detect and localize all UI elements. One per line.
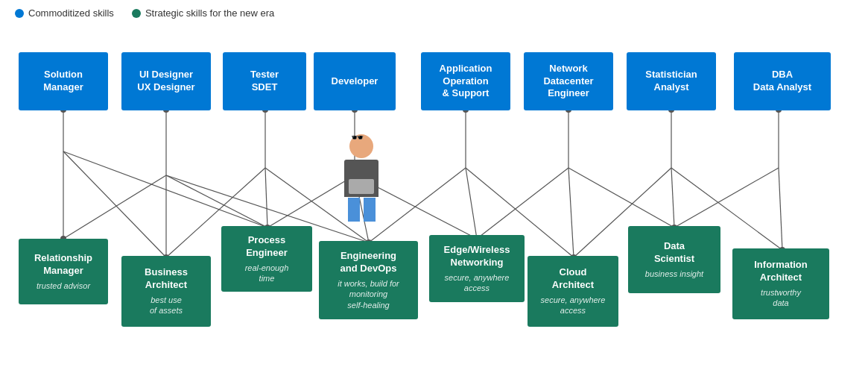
statistician-box: StatisticianAnalyst xyxy=(627,52,716,110)
tester-title: TesterSDET xyxy=(250,69,279,94)
svg-line-27 xyxy=(671,168,674,228)
strategic-legend: Strategic skills for the new era xyxy=(132,7,274,19)
svg-line-3 xyxy=(63,151,267,228)
info-arch-box: InformationArchitect trustworthydata xyxy=(732,248,829,319)
ui-designer-title: UI DesignerUX Designer xyxy=(137,69,194,94)
svg-line-23 xyxy=(568,168,574,257)
svg-line-14 xyxy=(267,175,355,228)
tester-box: TesterSDET xyxy=(223,52,306,110)
dba-title: DBAData Analyst xyxy=(753,69,811,94)
svg-line-18 xyxy=(369,168,466,242)
person-figure: 🕶️ xyxy=(344,134,378,222)
cloud-arch-box: CloudArchitect secure, anywhereaccess xyxy=(528,256,618,327)
ui-designer-box: UI DesignerUX Designer xyxy=(121,52,211,110)
relationship-mgr-subtitle: trusted advisor xyxy=(37,281,90,291)
process-eng-title: ProcessEngineer xyxy=(246,234,288,260)
svg-line-24 xyxy=(568,168,674,228)
svg-line-5 xyxy=(63,175,166,239)
app-ops-box: ApplicationOperation& Support xyxy=(421,52,510,110)
process-eng-box: ProcessEngineer real-enoughtime xyxy=(221,226,312,292)
data-scientist-box: DataScientist business insight xyxy=(628,226,720,293)
solution-manager-title: SolutionManager xyxy=(43,69,83,94)
svg-line-30 xyxy=(674,168,779,228)
data-scientist-subtitle: business insight xyxy=(645,269,703,279)
dba-box: DBAData Analyst xyxy=(734,52,831,110)
svg-line-11 xyxy=(265,168,267,228)
process-eng-subtitle: real-enoughtime xyxy=(245,263,289,284)
legend: Commoditized skills Strategic skills for… xyxy=(0,0,868,26)
edge-networking-box: Edge/WirelessNetworking secure, anywhere… xyxy=(429,235,525,302)
info-arch-title: InformationArchitect xyxy=(754,259,808,284)
eng-devops-box: Engineeringand DevOps it works, build fo… xyxy=(319,241,418,319)
info-arch-subtitle: trustworthydata xyxy=(761,287,801,309)
commoditized-label: Commoditized skills xyxy=(28,7,114,19)
business-arch-box: BusinessArchitect best useof assets xyxy=(121,256,211,327)
svg-line-31 xyxy=(779,168,782,250)
relationship-mgr-box: RelationshipManager trusted advisor xyxy=(19,239,108,304)
strategic-label: Strategic skills for the new era xyxy=(145,7,274,19)
network-eng-box: NetworkDatacenterEngineer xyxy=(524,52,613,110)
eng-devops-subtitle: it works, build formonitoringself-healin… xyxy=(338,278,399,310)
edge-networking-subtitle: secure, anywhereaccess xyxy=(445,272,510,294)
network-eng-title: NetworkDatacenterEngineer xyxy=(543,63,593,101)
blue-dot-icon xyxy=(15,9,24,18)
svg-line-22 xyxy=(477,168,568,239)
svg-line-7 xyxy=(166,175,267,228)
app-ops-title: ApplicationOperation& Support xyxy=(440,63,492,101)
business-arch-subtitle: best useof assets xyxy=(150,295,183,316)
commoditized-legend: Commoditized skills xyxy=(15,7,114,19)
svg-line-19 xyxy=(466,168,477,239)
business-arch-title: BusinessArchitect xyxy=(145,266,188,292)
diagram: SolutionManager UI DesignerUX Designer T… xyxy=(0,26,868,369)
data-scientist-title: DataScientist xyxy=(654,240,694,266)
cloud-arch-title: CloudArchitect xyxy=(552,266,594,292)
relationship-mgr-title: RelationshipManager xyxy=(34,252,92,278)
cloud-arch-subtitle: secure, anywhereaccess xyxy=(541,295,606,316)
developer-box: Developer xyxy=(314,52,396,110)
statistician-title: StatisticianAnalyst xyxy=(645,69,697,94)
developer-title: Developer xyxy=(332,75,378,88)
solution-manager-box: SolutionManager xyxy=(19,52,108,110)
edge-networking-title: Edge/WirelessNetworking xyxy=(444,244,510,269)
eng-devops-title: Engineeringand DevOps xyxy=(340,250,397,275)
green-dot-icon xyxy=(132,9,141,18)
